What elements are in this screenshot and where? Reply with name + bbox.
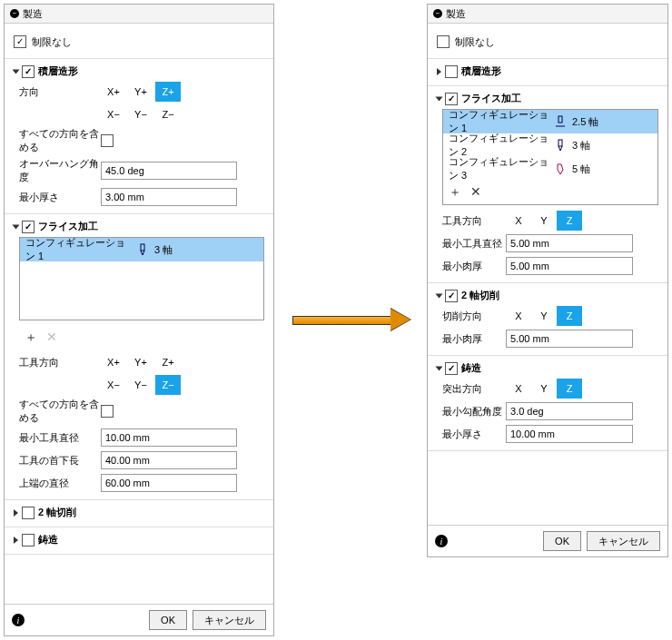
min-thick-label: 最小厚さ (19, 191, 101, 204)
casting-title: 鋳造 (461, 361, 481, 375)
mill-3axis-icon (136, 243, 149, 256)
min-tool-dia-input[interactable] (101, 428, 237, 447)
footer: i OK キャンセル (428, 525, 667, 556)
config-row-1[interactable]: コンフィギュレーション 1 2.5 軸 (443, 110, 657, 133)
expand-icon[interactable] (13, 224, 20, 229)
info-icon[interactable]: i (12, 614, 25, 626)
expand-icon[interactable] (13, 69, 20, 74)
no-limit-label: 制限なし (455, 35, 495, 49)
no-limit-section: 制限なし (428, 24, 667, 59)
config-list: コンフィギュレーション 1 2.5 軸 コンフィギュレーション 2 3 軸 コン… (442, 109, 658, 205)
axis-x-button[interactable]: X (506, 211, 531, 231)
axis-x-button[interactable]: X (506, 379, 531, 399)
axis-yp-button[interactable]: Y+ (128, 82, 153, 102)
no-limit-checkbox[interactable] (14, 35, 26, 48)
two-axis-section: 2 軸切削 切削方向 X Y Z 最小肉厚 (428, 283, 667, 356)
casting-section: 鋳造 突出方向 X Y Z 最小勾配角度 最小厚さ (428, 356, 667, 451)
axis-xm-button[interactable]: X− (101, 375, 126, 395)
milling-title: フライス加工 (461, 92, 521, 105)
axis-xp-button[interactable]: X+ (101, 352, 126, 372)
axis-y-button[interactable]: Y (531, 306, 557, 326)
direction-label: 方向 (19, 85, 101, 99)
axis-zp-button[interactable]: Z+ (155, 352, 181, 372)
casting-checkbox[interactable] (22, 534, 35, 546)
tool-neck-label: 工具の首下長 (19, 454, 101, 468)
top-dia-label: 上端の直径 (19, 477, 101, 490)
additive-checkbox[interactable] (22, 65, 35, 78)
axis-yp-button[interactable]: Y+ (128, 352, 153, 372)
config-row-3[interactable]: コンフィギュレーション 3 5 軸 (443, 157, 657, 181)
min-thick-input[interactable] (506, 425, 633, 443)
min-draft-input[interactable] (506, 402, 633, 420)
panel-title: 製造 (446, 7, 466, 21)
axis-x-button[interactable]: X (506, 306, 531, 326)
top-dia-input[interactable] (101, 474, 237, 492)
all-dirs-checkbox[interactable] (101, 134, 114, 147)
config-label: コンフィギュレーション 3 (449, 155, 548, 182)
axis-zp-button[interactable]: Z+ (155, 82, 181, 102)
additive-checkbox[interactable] (445, 65, 458, 78)
axis-y-button[interactable]: Y (531, 379, 557, 399)
axis-ym-button[interactable]: Y− (128, 375, 153, 395)
milling-checkbox[interactable] (22, 221, 35, 233)
info-icon[interactable]: i (435, 535, 448, 547)
overhang-input[interactable] (101, 162, 237, 180)
axis-xp-button[interactable]: X+ (101, 82, 126, 102)
two-axis-section: 2 軸切削 (5, 500, 273, 527)
remove-config-button[interactable]: ✕ (470, 184, 481, 201)
tool-neck-input[interactable] (101, 451, 237, 469)
config-axis: 5 軸 (572, 162, 590, 176)
expand-icon[interactable] (437, 68, 441, 75)
axis-z-button[interactable]: Z (557, 306, 582, 326)
config-row-2[interactable]: コンフィギュレーション 2 3 軸 (443, 133, 657, 157)
expand-icon[interactable] (436, 366, 443, 370)
no-limit-checkbox[interactable] (437, 35, 450, 48)
ok-button[interactable]: OK (149, 610, 187, 630)
collapse-icon[interactable] (433, 9, 442, 18)
expand-icon[interactable] (436, 293, 443, 298)
expand-icon[interactable] (14, 537, 18, 544)
min-wall-label: 最小肉厚 (442, 332, 506, 346)
additive-title: 積層造形 (461, 64, 501, 78)
svg-rect-1 (558, 116, 562, 123)
svg-rect-3 (558, 140, 562, 146)
axis-ym-button[interactable]: Y− (128, 104, 153, 124)
footer: i OK キャンセル (5, 604, 273, 635)
min-wall-input[interactable] (506, 330, 633, 348)
tool-dir-label: 工具方向 (19, 356, 101, 369)
config-axis: 3 軸 (154, 243, 173, 257)
min-tool-dia-input[interactable] (506, 234, 633, 252)
ok-button[interactable]: OK (543, 531, 581, 551)
two-axis-checkbox[interactable] (22, 507, 35, 519)
casting-checkbox[interactable] (445, 362, 458, 375)
collapse-icon[interactable] (10, 9, 19, 18)
config-list: コンフィギュレーション 1 3 軸 (19, 237, 264, 320)
axis-z-button[interactable]: Z (557, 379, 582, 399)
mill-5axis-icon (554, 162, 567, 175)
add-config-button[interactable]: ＋ (449, 184, 461, 201)
min-wall-input[interactable] (506, 257, 633, 275)
left-panel: 製造 制限なし 積層造形 方向 X+ Y+ Z+ (4, 4, 274, 636)
axis-zm-button[interactable]: Z− (155, 104, 181, 124)
casting-title: 鋳造 (38, 533, 58, 546)
config-axis: 3 軸 (572, 139, 590, 153)
two-axis-checkbox[interactable] (445, 290, 458, 302)
expand-icon[interactable] (436, 96, 443, 101)
panel-header: 製造 (428, 5, 667, 24)
min-thick-input[interactable] (101, 188, 237, 206)
cancel-button[interactable]: キャンセル (193, 610, 266, 630)
cancel-button[interactable]: キャンセル (587, 531, 660, 551)
transition-arrow-icon (292, 309, 410, 330)
axis-y-button[interactable]: Y (531, 211, 557, 231)
right-panel: 製造 制限なし 積層造形 フライス加工 コンフィギュレーション 1 2.5 軸 (427, 4, 668, 557)
config-row-1[interactable]: コンフィギュレーション 1 3 軸 (20, 238, 263, 261)
axis-xm-button[interactable]: X− (101, 104, 126, 124)
expand-icon[interactable] (14, 509, 18, 517)
milling-section: フライス加工 コンフィギュレーション 1 3 軸 ＋ ✕ 工具方向 X+ Y+ … (5, 214, 273, 500)
axis-z-button[interactable]: Z (557, 211, 582, 231)
mill-25axis-icon (554, 115, 567, 128)
all-dirs-checkbox[interactable] (101, 405, 114, 418)
axis-zm-button[interactable]: Z− (155, 375, 181, 395)
add-config-button[interactable]: ＋ (25, 330, 37, 346)
milling-checkbox[interactable] (445, 93, 458, 105)
